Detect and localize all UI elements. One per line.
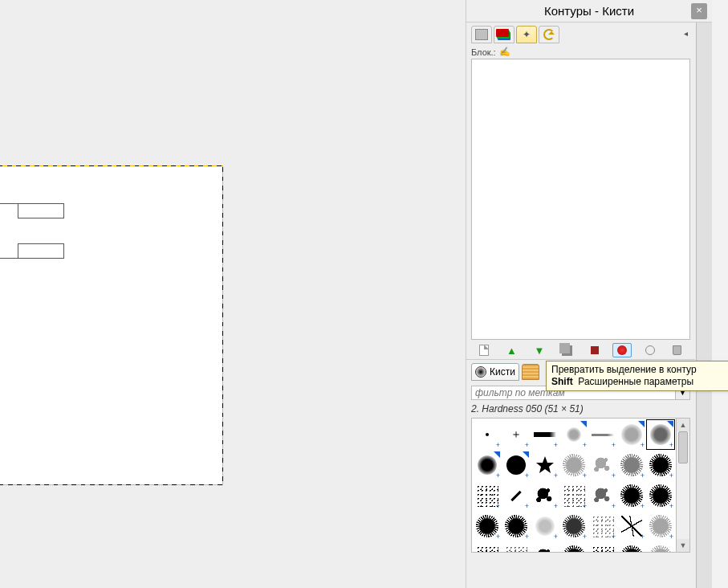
brush-sparks-icon <box>621 516 642 537</box>
arrow-up-icon: ▲ <box>506 345 517 357</box>
paths-panel: ✦ ◂ Блок.: ✍ ▲ ▼ <box>466 22 695 359</box>
brush-cell[interactable]: + <box>646 480 675 511</box>
canvas-area[interactable] <box>0 0 466 588</box>
brush-line-icon <box>592 434 614 436</box>
brush-cell[interactable]: ＋+ <box>502 419 531 450</box>
brush-cell[interactable]: + <box>531 480 559 511</box>
brush-cell[interactable]: + <box>502 450 531 480</box>
brush-soft-icon <box>535 517 555 536</box>
lower-path-button[interactable]: ▼ <box>530 343 549 357</box>
brush-cell[interactable]: + <box>617 419 646 450</box>
brush-cell[interactable]: + <box>531 450 559 480</box>
tab-undo-history[interactable] <box>539 26 559 43</box>
brush-splat-icon <box>592 455 613 476</box>
scroll-up-button[interactable]: ▲ <box>677 419 689 431</box>
brush-cell[interactable] <box>531 541 559 553</box>
brush-cell[interactable]: + <box>559 511 588 541</box>
brush-cell[interactable]: + <box>617 450 646 480</box>
brush-cell[interactable]: + <box>646 511 675 541</box>
brush-cell[interactable]: + <box>588 450 617 480</box>
scroll-down-button[interactable]: ▼ <box>677 539 689 552</box>
tooltip-shift: Shift <box>551 376 573 387</box>
brush-cell[interactable] <box>473 541 502 553</box>
tab-patterns[interactable] <box>522 364 539 380</box>
tab-brushes[interactable]: Кисти <box>471 363 519 381</box>
brush-cell[interactable]: + <box>588 511 617 541</box>
duplicate-path-button[interactable] <box>557 343 576 357</box>
brush-splat-icon <box>592 485 613 506</box>
brush-grid-wrap: + ＋+ + + + + + + + + + + + + + <box>471 418 690 553</box>
tooltip-line2: Расширенные параметры <box>578 376 693 387</box>
brush-grit-icon <box>476 545 498 553</box>
brush-cell[interactable] <box>502 541 531 553</box>
brush-plus-icon: ＋ <box>510 427 522 442</box>
sel-to-path-icon <box>617 345 627 355</box>
brush-scrollbar[interactable]: ▲ ▼ <box>677 418 690 553</box>
dock-close-button[interactable]: × <box>691 3 707 19</box>
brush-cell[interactable]: + <box>502 480 531 511</box>
paths-list[interactable] <box>471 59 690 340</box>
brush-cell[interactable]: + <box>531 511 559 541</box>
delete-path-button[interactable] <box>668 343 687 357</box>
brush-cell[interactable]: + <box>646 450 675 480</box>
stroke-path-button[interactable] <box>641 343 660 357</box>
lock-row: Блок.: ✍ <box>471 47 690 57</box>
rect-selection <box>0 165 223 485</box>
brush-cell[interactable]: + <box>559 480 588 511</box>
brush-cell[interactable]: + <box>473 511 502 541</box>
arrow-down-icon: ▼ <box>534 345 544 357</box>
brush-cell[interactable]: + <box>473 480 502 511</box>
brush-cell[interactable]: + <box>559 419 588 450</box>
new-path-button[interactable] <box>474 343 494 357</box>
brush-texture-icon <box>563 545 585 553</box>
svg-marker-0 <box>536 456 554 473</box>
tooltip-line1: Превратить выделение в контур <box>551 364 697 375</box>
brush-cell[interactable]: + <box>531 419 559 450</box>
brush-hard-icon <box>506 455 526 475</box>
lock-position-icon[interactable]: ✍ <box>499 47 510 57</box>
brush-cell[interactable]: + <box>502 511 531 541</box>
layers-icon <box>475 29 488 40</box>
brush-grit-icon <box>592 545 614 553</box>
tab-paths[interactable]: ✦ <box>516 26 537 43</box>
undo-history-icon <box>543 29 555 40</box>
red-square-icon <box>591 346 599 354</box>
brush-cell[interactable]: + <box>588 480 617 511</box>
brush-cell-selected[interactable]: + <box>646 419 675 450</box>
tab-layers[interactable] <box>471 26 492 43</box>
brush-cell[interactable]: + <box>473 450 502 480</box>
duplicate-icon <box>562 345 572 356</box>
raise-path-button[interactable]: ▲ <box>502 343 521 357</box>
sel-to-path-button[interactable] <box>612 343 632 357</box>
brush-grid[interactable]: + ＋+ + + + + + + + + + + + + + <box>471 418 677 553</box>
brush-cell[interactable] <box>646 541 675 553</box>
brush-splat-icon <box>535 485 555 506</box>
brush-texture-icon <box>649 545 672 553</box>
brush-cell[interactable] <box>617 541 646 553</box>
brush-soft-icon <box>478 455 497 475</box>
upper-tab-strip: ✦ ◂ <box>471 26 690 43</box>
path-to-sel-button[interactable] <box>585 343 604 357</box>
dock-column: Контуры - Кисти × ✦ ◂ Блок.: ✍ ▲ ▼ <box>466 0 712 588</box>
brush-soft-icon <box>567 427 581 442</box>
brush-splat-icon <box>535 546 555 553</box>
dock-title-text: Контуры - Кисти <box>544 4 634 18</box>
brush-cell[interactable] <box>588 541 617 553</box>
stroke-icon <box>645 345 655 355</box>
brush-tab-icon <box>475 366 486 378</box>
brush-cell[interactable]: + <box>617 511 646 541</box>
dock-scroll-strip[interactable] <box>696 0 712 588</box>
brush-bar-icon <box>534 432 556 437</box>
brush-cell[interactable]: + <box>473 419 502 450</box>
scroll-thumb[interactable] <box>678 431 688 463</box>
brush-cell[interactable] <box>559 541 588 553</box>
sel-to-path-tooltip: Превратить выделение в контур Shift Расш… <box>546 361 728 391</box>
selected-brush-info: 2. Hardness 050 (51 × 51) <box>471 403 690 414</box>
brush-texture-icon <box>620 545 643 553</box>
tab-channels[interactable] <box>494 26 514 43</box>
brush-cell[interactable]: + <box>617 480 646 511</box>
brush-cell[interactable]: + <box>559 450 588 480</box>
panel-menu-caret[interactable]: ◂ <box>684 29 688 38</box>
paths-bottom-toolbar: ▲ ▼ <box>471 340 690 359</box>
brush-cell[interactable]: + <box>588 419 617 450</box>
